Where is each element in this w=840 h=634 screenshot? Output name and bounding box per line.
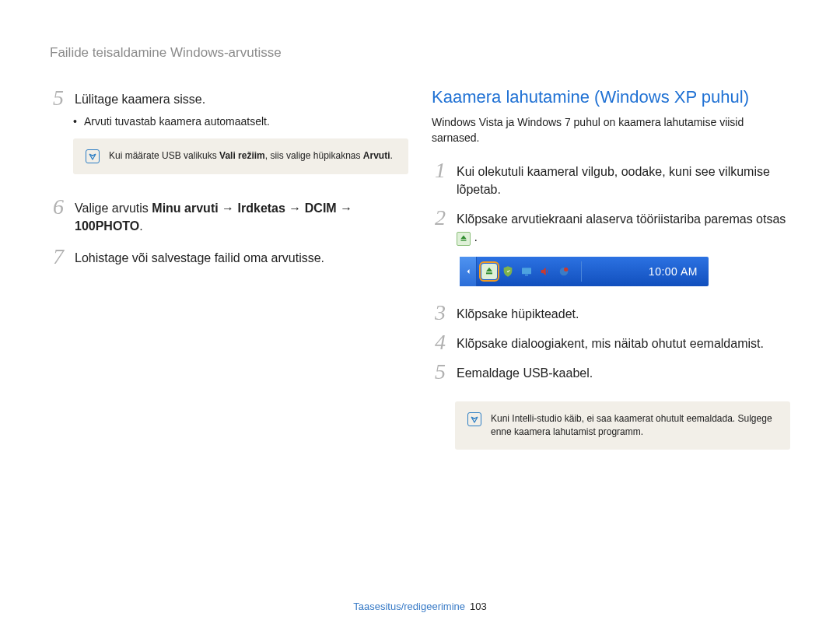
svg-rect-1 (486, 272, 492, 274)
right-column: Kaamera lahutamine (Windows XP puhul) Wi… (432, 87, 790, 471)
svg-rect-3 (525, 275, 528, 275)
note-icon (467, 412, 481, 426)
page-footer: Taasesitus/redigeerimine103 (0, 601, 840, 612)
eject-icon (457, 232, 471, 246)
step-number: 1 (432, 159, 449, 181)
tray-network-icon[interactable] (556, 264, 572, 279)
step-text: Klõpsake arvutiekraani alaserva tööriist… (457, 207, 790, 246)
bullet-dot: • (73, 115, 78, 128)
note-box-2: Kuni Intelli-studio käib, ei saa kaamera… (455, 401, 790, 450)
step-number: 4 (432, 331, 449, 353)
sub-text: Arvuti tuvastab kaamera automaatselt. (84, 115, 270, 128)
step-6: 6 Valige arvutis Minu arvuti → Irdketas … (50, 196, 408, 235)
section-intro: Windows Vista ja Windows 7 puhul on kaam… (432, 115, 790, 145)
note-icon (86, 149, 100, 163)
step-5: 5 Lülitage kaamera sisse. (50, 87, 408, 109)
step-number: 5 (50, 87, 67, 109)
step-text: Valige arvutis Minu arvuti → Irdketas → … (75, 196, 408, 235)
step-text: Klõpsake dialoogiakent, mis näitab ohutu… (457, 331, 790, 352)
step-text: Lohistage või salvestage failid oma arvu… (75, 246, 408, 267)
taskbar-tray-image: 10:00 AM (460, 257, 709, 286)
tray-monitor-icon[interactable] (519, 264, 534, 279)
note-text: Kui määrate USB valikuks Vali režiim, si… (109, 149, 393, 163)
step-number: 5 (432, 361, 449, 383)
breadcrumb: Failide teisaldamine Windows-arvutisse (50, 45, 790, 61)
svg-rect-2 (522, 268, 531, 274)
step-number: 6 (50, 196, 67, 218)
svg-point-5 (564, 268, 568, 271)
tray-expand-icon[interactable] (460, 257, 477, 286)
tray-shield-icon[interactable] (500, 264, 516, 279)
step-number: 3 (432, 302, 449, 324)
tray-icons (477, 257, 576, 286)
tray-safely-remove-icon[interactable] (481, 264, 497, 279)
tray-separator (581, 261, 582, 282)
step-text: Eemaldage USB-kaabel. (457, 361, 790, 382)
step-text: Lülitage kaamera sisse. (75, 87, 408, 108)
footer-page: 103 (470, 601, 487, 612)
svg-rect-0 (461, 240, 467, 241)
step-5-sub: • Arvuti tuvastab kaamera automaatselt. (73, 115, 408, 128)
step-r1: 1 Kui olekutuli kaameral vilgub, oodake,… (432, 159, 790, 198)
step-text: Klõpsake hüpikteadet. (457, 302, 790, 323)
step-text: Kui olekutuli kaameral vilgub, oodake, k… (457, 159, 790, 198)
left-column: 5 Lülitage kaamera sisse. • Arvuti tuvas… (50, 87, 408, 471)
note-text: Kuni Intelli-studio käib, ei saa kaamera… (491, 412, 778, 439)
step-r5: 5 Eemaldage USB-kaabel. (432, 361, 790, 383)
note-box-1: Kui määrate USB valikuks Vali režiim, si… (73, 138, 408, 174)
tray-volume-icon[interactable] (537, 264, 553, 279)
step-number: 2 (432, 207, 449, 229)
step-7: 7 Lohistage või salvestage failid oma ar… (50, 246, 408, 268)
section-title: Kaamera lahutamine (Windows XP puhul) (432, 87, 790, 107)
step-r4: 4 Klõpsake dialoogiakent, mis näitab ohu… (432, 331, 790, 353)
footer-section: Taasesitus/redigeerimine (353, 601, 465, 612)
tray-clock[interactable]: 10:00 AM (649, 265, 709, 278)
step-number: 7 (50, 246, 67, 268)
step-r3: 3 Klõpsake hüpikteadet. (432, 302, 790, 324)
step-r2: 2 Klõpsake arvutiekraani alaserva töörii… (432, 207, 790, 246)
